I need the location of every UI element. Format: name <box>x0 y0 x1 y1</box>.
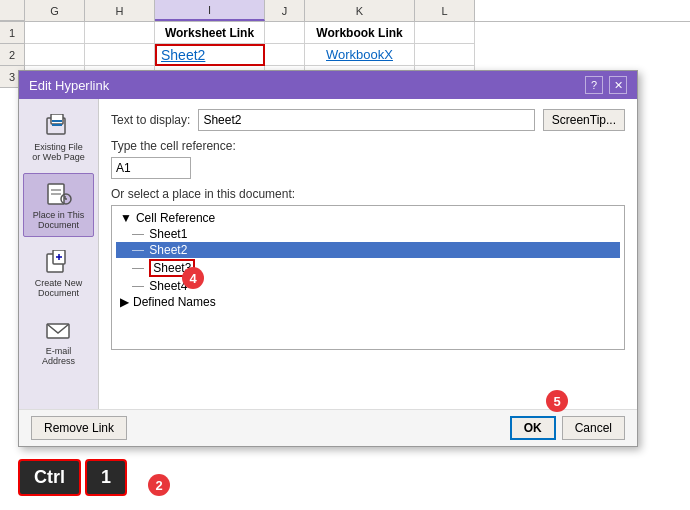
col-k-header: K <box>305 0 415 21</box>
close-button[interactable]: ✕ <box>609 76 627 94</box>
text-to-display-label: Text to display: <box>111 113 190 127</box>
col-h-header: H <box>85 0 155 21</box>
cell-ref-section: Type the cell reference: <box>111 139 625 179</box>
cell-ref-input[interactable] <box>111 157 191 179</box>
email-label: E-mailAddress <box>42 346 75 366</box>
dialog-title: Edit Hyperlink <box>29 78 109 93</box>
sidebar-item-existing-file[interactable]: Existing Fileor Web Page <box>23 105 94 169</box>
remove-link-button[interactable]: Remove Link <box>31 416 127 440</box>
row-2: 2 Sheet2 WorkbookX <box>0 44 690 66</box>
existing-file-icon <box>43 112 75 140</box>
dialog-body: Existing Fileor Web Page Place in ThisDo… <box>19 99 637 409</box>
svg-rect-1 <box>51 114 63 124</box>
worksheet-link-label: Worksheet Link <box>155 22 265 44</box>
svg-rect-2 <box>52 120 62 122</box>
ctrl-key: Ctrl <box>18 459 81 496</box>
screentip-button[interactable]: ScreenTip... <box>543 109 625 131</box>
ok-button[interactable]: OK <box>510 416 556 440</box>
svg-rect-3 <box>52 124 62 126</box>
place-in-doc-icon <box>43 180 75 208</box>
col-j-header: J <box>265 0 305 21</box>
dialog-controls: ? ✕ <box>585 76 627 94</box>
badge-5: 5 <box>546 390 568 412</box>
dialog-footer: Remove Link OK Cancel <box>19 409 637 446</box>
cancel-button[interactable]: Cancel <box>562 416 625 440</box>
footer-left: Remove Link <box>31 416 504 440</box>
badge-2: 2 <box>148 474 170 496</box>
sidebar-item-place-in-doc[interactable]: Place in ThisDocument <box>23 173 94 237</box>
place-in-doc-label: Place in ThisDocument <box>33 210 84 230</box>
col-g-header: G <box>25 0 85 21</box>
select-place-label: Or select a place in this document: <box>111 187 625 201</box>
workbookx-cell[interactable]: WorkbookX <box>305 44 415 66</box>
tree-defined-names[interactable]: ▶Defined Names <box>116 294 620 310</box>
dialog-titlebar: Edit Hyperlink ? ✕ <box>19 71 637 99</box>
tree-cell-reference[interactable]: ▼Cell Reference <box>116 210 620 226</box>
create-new-label: Create NewDocument <box>35 278 83 298</box>
dialog-sidebar: Existing Fileor Web Page Place in ThisDo… <box>19 99 99 409</box>
column-headers: G H I J K L <box>0 0 690 22</box>
create-new-icon <box>43 248 75 276</box>
cell-ref-label: Type the cell reference: <box>111 139 625 153</box>
text-to-display-input[interactable] <box>198 109 534 131</box>
sheet2-cell[interactable]: Sheet2 <box>155 44 265 66</box>
text-to-display-row: Text to display: ScreenTip... <box>111 109 625 131</box>
dialog-main-content: Text to display: ScreenTip... Type the c… <box>99 99 637 409</box>
row-1: 1 Worksheet Link Workbook Link <box>0 22 690 44</box>
existing-file-label: Existing Fileor Web Page <box>32 142 84 162</box>
sidebar-item-email[interactable]: E-mailAddress <box>23 309 94 373</box>
col-i-header: I <box>155 0 265 21</box>
col-l-header: L <box>415 0 475 21</box>
num-key: 1 <box>85 459 127 496</box>
email-icon <box>43 316 75 344</box>
keyboard-shortcut: Ctrl 1 <box>18 459 127 496</box>
edit-hyperlink-dialog: Edit Hyperlink ? ✕ Existing Fileor Web P… <box>18 70 638 447</box>
tree-sheet1[interactable]: — Sheet1 <box>116 226 620 242</box>
tree-sheet2[interactable]: — Sheet2 <box>116 242 620 258</box>
sidebar-item-create-new[interactable]: Create NewDocument <box>23 241 94 305</box>
help-button[interactable]: ? <box>585 76 603 94</box>
badge-4: 4 <box>182 267 204 289</box>
workbook-link-label: Workbook Link <box>305 22 415 44</box>
